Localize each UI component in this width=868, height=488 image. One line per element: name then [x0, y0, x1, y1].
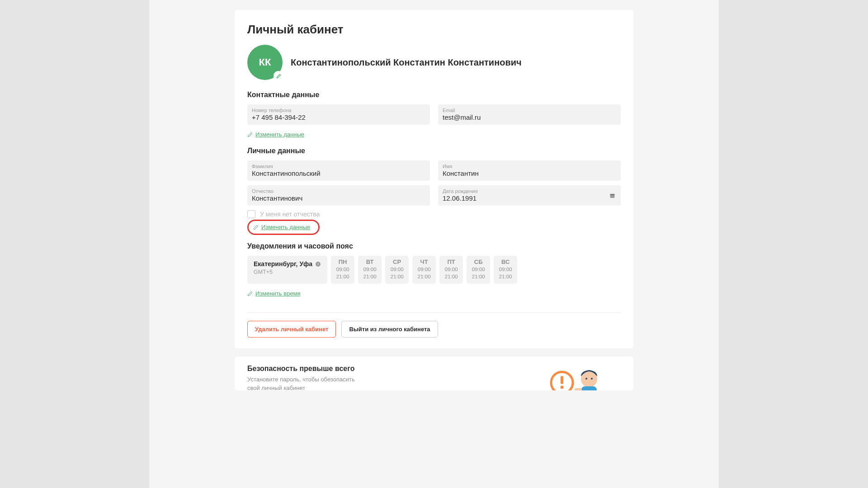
day-box-sun[interactable]: ВС 09:0021:00	[494, 256, 517, 284]
svg-text:i: i	[318, 262, 319, 266]
logout-button[interactable]: Выйти из личного кабинета	[341, 321, 438, 338]
no-patronymic-checkbox[interactable]: У меня нет отчества	[247, 210, 621, 218]
day-box-wed[interactable]: СР 09:0021:00	[385, 256, 409, 284]
edit-personal-link[interactable]: Изменить данные	[253, 224, 310, 230]
timezone-offset: GMT+5	[254, 269, 321, 275]
svg-rect-1	[610, 194, 615, 195]
security-card: Безопасность превыше всего Установите па…	[235, 357, 633, 390]
dob-value: 12.06.1991	[443, 194, 616, 202]
security-illustration	[544, 365, 621, 390]
page-title: Личный кабинет	[247, 23, 621, 37]
email-field[interactable]: Email test@mail.ru	[438, 104, 621, 125]
day-box-thu[interactable]: ЧТ 09:0021:00	[412, 256, 436, 284]
svg-rect-5	[561, 376, 563, 384]
info-icon: i	[315, 261, 321, 267]
patronymic-value: Константинович	[252, 194, 425, 202]
svg-rect-9	[575, 388, 582, 390]
name-value: Константин	[443, 169, 616, 177]
name-field[interactable]: Имя Константин	[438, 160, 621, 181]
dob-label: Дата рождения	[443, 188, 616, 194]
pencil-icon	[253, 225, 259, 230]
email-label: Email	[443, 108, 616, 113]
checkbox-icon	[247, 210, 255, 218]
delete-account-button[interactable]: Удалить личный кабинет	[247, 321, 336, 338]
phone-label: Номер телефона	[252, 108, 425, 113]
email-value: test@mail.ru	[443, 113, 616, 121]
patronymic-field[interactable]: Отчество Константинович	[247, 185, 430, 206]
day-box-fri[interactable]: ПТ 09:0021:00	[439, 256, 463, 284]
pencil-icon	[247, 132, 253, 137]
security-text: Установите пароль, чтобы обезопасить сво…	[247, 375, 360, 390]
avatar-edit-badge[interactable]	[274, 71, 283, 81]
calendar-icon	[609, 192, 615, 198]
notifications-heading: Уведомления и часовой пояс	[247, 242, 621, 250]
patronymic-label: Отчество	[252, 188, 425, 194]
day-box-mon[interactable]: ПН 09:0021:00	[331, 256, 354, 284]
name-label: Имя	[443, 164, 616, 169]
svg-point-11	[591, 378, 593, 380]
day-box-tue[interactable]: ВТ 09:0021:00	[358, 256, 382, 284]
security-heading: Безопасность превыше всего	[247, 365, 360, 373]
pencil-icon	[247, 291, 253, 296]
dob-field[interactable]: Дата рождения 12.06.1991	[438, 185, 621, 206]
svg-point-6	[561, 386, 564, 389]
surname-label: Фамилия	[252, 164, 425, 169]
svg-point-10	[585, 378, 587, 380]
personal-heading: Личные данные	[247, 147, 621, 155]
no-patronymic-label: У меня нет отчества	[260, 211, 320, 218]
profile-card: Личный кабинет КК Константинопольский Ко…	[235, 10, 633, 348]
svg-rect-8	[581, 386, 597, 390]
avatar-initials: КК	[259, 56, 271, 68]
edit-contacts-link[interactable]: Изменить данные	[247, 131, 304, 138]
timezone-city: Екатеринбург, Уфа	[254, 260, 312, 267]
edit-personal-highlight: Изменить данные	[247, 220, 320, 235]
surname-value: Константинопольский	[252, 169, 425, 177]
timezone-box[interactable]: Екатеринбург, Уфа i GMT+5	[247, 256, 327, 284]
phone-field[interactable]: Номер телефона +7 495 84-394-22	[247, 104, 430, 125]
surname-field[interactable]: Фамилия Константинопольский	[247, 160, 430, 181]
avatar[interactable]: КК	[247, 45, 283, 80]
pencil-icon	[276, 74, 281, 79]
edit-time-link[interactable]: Изменить время	[247, 290, 301, 297]
phone-value: +7 495 84-394-22	[252, 113, 425, 121]
full-name: Константинопольский Константин Константи…	[291, 56, 522, 69]
day-box-sat[interactable]: СБ 09:0021:00	[467, 256, 490, 284]
contacts-heading: Контактные данные	[247, 91, 621, 99]
